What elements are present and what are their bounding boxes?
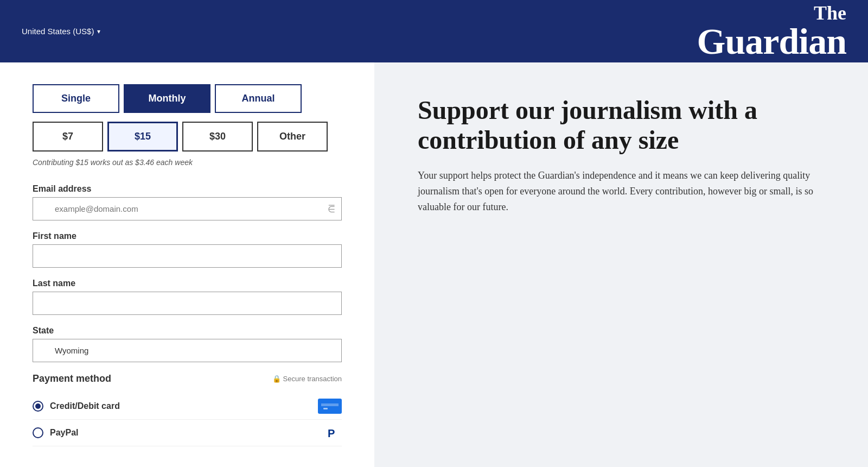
card-label: Credit/Debit card <box>50 401 311 411</box>
card-icon <box>318 399 342 414</box>
state-input-wrapper: 🌐 <box>33 339 342 362</box>
first-name-field-group: First name 👤 <box>33 231 342 268</box>
tab-monthly[interactable]: Monthly <box>124 84 210 113</box>
region-selector[interactable]: United States (US$) ▾ <box>22 22 100 40</box>
first-name-label: First name <box>33 231 342 241</box>
last-name-field-group: Last name 👤 <box>33 279 342 315</box>
svg-rect-1 <box>321 403 339 406</box>
right-panel: Support our journalism with a contributi… <box>374 62 868 467</box>
autofill-icon: ⋶ <box>328 204 335 214</box>
amount-15[interactable]: $15 <box>107 122 178 152</box>
left-panel: Single Monthly Annual $7 $15 $30 Other C… <box>0 62 374 467</box>
region-label: United States (US$) <box>22 27 94 36</box>
tab-single[interactable]: Single <box>33 84 119 113</box>
secure-label: Secure transaction <box>283 375 342 383</box>
paypal-svg: P <box>327 425 342 440</box>
last-name-label: Last name <box>33 279 342 288</box>
tab-annual[interactable]: Annual <box>215 84 302 113</box>
email-label: Email address <box>33 184 342 194</box>
radio-card[interactable] <box>33 401 43 412</box>
right-body: Your support helps protect the Guardian'… <box>418 168 825 214</box>
email-input-wrapper: ✉ ⋶ <box>33 197 342 220</box>
svg-rect-2 <box>323 408 328 409</box>
first-name-input-wrapper: 👤 <box>33 244 342 268</box>
helper-text: Contributing $15 works out as $3.46 each… <box>33 158 342 167</box>
state-input[interactable] <box>33 339 342 362</box>
amount-7[interactable]: $7 <box>33 122 103 152</box>
email-input[interactable] <box>33 197 342 220</box>
secure-badge: 🔒 Secure transaction <box>272 375 342 383</box>
amount-other[interactable]: Other <box>257 122 328 152</box>
amount-buttons: $7 $15 $30 Other <box>33 122 342 152</box>
site-header: United States (US$) ▾ The Guardian <box>0 0 868 62</box>
paypal-label: PayPal <box>50 428 320 438</box>
guardian-logo: The Guardian <box>697 3 846 60</box>
payment-title: Payment method <box>33 373 111 384</box>
logo-the: The <box>697 3 846 23</box>
lock-icon: 🔒 <box>272 375 281 383</box>
logo-guardian: Guardian <box>697 23 846 60</box>
last-name-input-wrapper: 👤 <box>33 292 342 315</box>
payment-section-header: Payment method 🔒 Secure transaction <box>33 373 342 384</box>
svg-text:P: P <box>328 427 335 439</box>
payment-option-card[interactable]: Credit/Debit card <box>33 393 342 420</box>
paypal-icon: P <box>327 425 342 440</box>
frequency-tabs: Single Monthly Annual <box>33 84 342 113</box>
email-field-group: Email address ✉ ⋶ <box>33 184 342 220</box>
credit-card-svg <box>321 401 339 411</box>
state-label: State <box>33 326 342 336</box>
state-field-group: State 🌐 <box>33 326 342 362</box>
main-layout: Single Monthly Annual $7 $15 $30 Other C… <box>0 62 868 467</box>
radio-paypal[interactable] <box>33 427 43 438</box>
chevron-down-icon: ▾ <box>97 28 100 35</box>
last-name-input[interactable] <box>33 292 342 315</box>
right-headline: Support our journalism with a contributi… <box>418 95 825 155</box>
amount-30[interactable]: $30 <box>182 122 253 152</box>
first-name-input[interactable] <box>33 244 342 268</box>
payment-option-paypal[interactable]: PayPal P <box>33 420 342 446</box>
